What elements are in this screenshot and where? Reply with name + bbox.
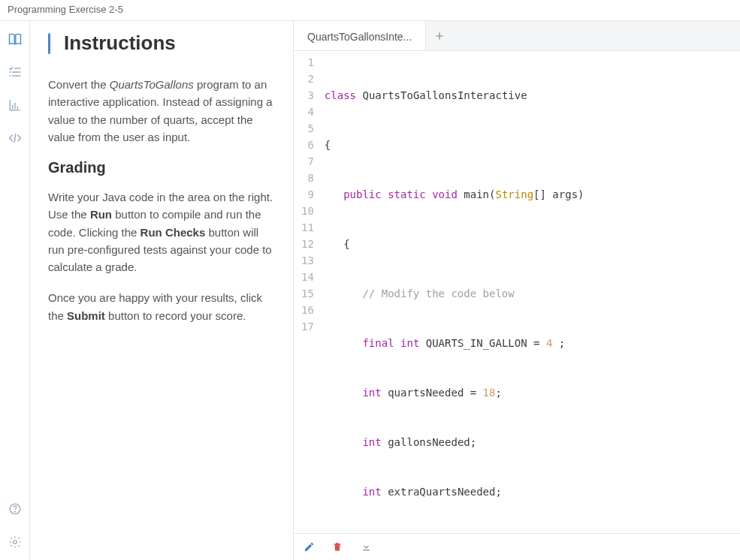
grading-heading: Grading — [48, 159, 275, 176]
download-icon[interactable] — [360, 541, 372, 553]
tasks-icon[interactable] — [8, 65, 23, 80]
svg-point-3 — [9, 72, 10, 73]
edit-icon[interactable] — [303, 541, 315, 553]
help-icon[interactable] — [8, 501, 23, 516]
code-editor[interactable]: 1234567891011121314151617 class QuartsTo… — [294, 51, 740, 533]
code-icon[interactable] — [8, 131, 23, 146]
sidebar — [0, 21, 30, 560]
svg-point-13 — [13, 540, 17, 544]
accent-bar — [48, 33, 50, 54]
svg-line-10 — [14, 134, 16, 143]
instructions-panel: Instructions Convert the QuartsToGallons… — [30, 21, 293, 560]
instructions-para-3: Once you are happy with your results, cl… — [48, 289, 275, 324]
svg-point-4 — [9, 76, 10, 77]
editor-tab-active[interactable]: QuartsToGallonsInte... — [294, 21, 426, 50]
add-tab-button[interactable] — [426, 31, 453, 41]
editor-panel: QuartsToGallonsInte... 12345678910111213… — [293, 21, 740, 560]
instructions-para-2: Write your Java code in the area on the … — [48, 188, 275, 275]
instructions-para-1: Convert the QuartsToGallons program to a… — [48, 76, 275, 146]
editor-toolbar — [294, 533, 740, 560]
line-gutter: 1234567891011121314151617 — [294, 51, 320, 533]
code-content[interactable]: class QuartsToGallonsInteractive { publi… — [320, 51, 736, 533]
book-icon[interactable] — [8, 32, 23, 47]
editor-tabs: QuartsToGallonsInte... — [294, 21, 740, 51]
instructions-heading: Instructions — [64, 32, 176, 55]
trash-icon[interactable] — [331, 541, 343, 553]
chart-icon[interactable] — [8, 98, 23, 113]
svg-point-12 — [14, 511, 15, 512]
window-title: Programming Exercise 2-5 — [0, 0, 740, 21]
settings-icon[interactable] — [8, 534, 23, 549]
